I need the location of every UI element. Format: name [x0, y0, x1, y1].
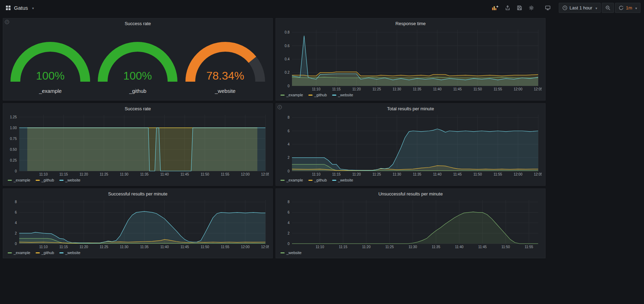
legend-item-example[interactable]: _example — [8, 178, 30, 182]
x-tick-label: 11:55 — [493, 87, 502, 91]
y-tick-label: 4 — [15, 221, 17, 225]
legend: _example_github_website — [279, 177, 542, 183]
panel-title[interactable]: Unsuccessful results per minute — [279, 190, 542, 198]
panel-unsuccessful-results: Unsuccessful results per minute 11:1011:… — [276, 188, 546, 258]
chart-canvas[interactable]: 11:1011:1511:2011:2511:3011:3511:4011:45… — [7, 198, 269, 250]
x-tick-label: 11:50 — [200, 245, 209, 249]
legend-item-github[interactable]: _github — [308, 93, 327, 97]
refresh-button[interactable]: 1m — [615, 3, 641, 13]
x-tick-label: 11:30 — [120, 172, 129, 176]
unsuccessful-results-chart[interactable]: 11:1011:1511:2011:2511:3011:3511:4011:45… — [279, 198, 542, 250]
successful-results-chart[interactable]: 11:1011:1511:2011:2511:3011:3511:4011:45… — [7, 198, 269, 250]
x-tick-label: 11:45 — [181, 245, 189, 249]
legend-label: _example — [286, 93, 303, 97]
dashboard-caret-down-icon[interactable] — [31, 5, 34, 11]
panel-title[interactable]: Response time — [279, 20, 542, 28]
x-tick-label: 11:20 — [352, 172, 361, 176]
legend-item-website[interactable]: _website — [332, 93, 353, 97]
panel-total-results: Total results per minute 11:1011:1511:20… — [276, 103, 546, 186]
legend-item-github[interactable]: _github — [308, 178, 327, 182]
gauge-value: 78.34% — [206, 69, 244, 82]
chart-canvas[interactable]: 11:1011:1511:2011:2511:3011:3511:4011:45… — [279, 28, 542, 92]
total-results-chart[interactable]: 11:1011:1511:2011:2511:3011:3511:4011:45… — [279, 113, 542, 177]
time-range-caret-down-icon — [594, 5, 597, 10]
legend: _example_github_website — [7, 250, 269, 256]
legend-label: _example — [286, 178, 303, 182]
panel-info-icon[interactable] — [278, 105, 282, 109]
y-tick-label: 0.4 — [285, 57, 290, 61]
y-tick-label: 0 — [15, 242, 17, 246]
x-tick-label: 11:50 — [473, 87, 482, 91]
x-tick-label: 12:00 — [241, 245, 250, 249]
x-tick-label: 11:40 — [455, 245, 464, 249]
legend-item-example[interactable]: _example — [280, 178, 303, 182]
success-rate-chart[interactable]: 11:1011:1511:2011:2511:3011:3511:4011:45… — [7, 113, 269, 177]
legend-item-website[interactable]: _website — [280, 251, 301, 255]
legend-item-example[interactable]: _example — [8, 251, 30, 255]
x-tick-label: 11:50 — [200, 172, 209, 176]
panel-title[interactable]: Success rate — [7, 105, 269, 113]
x-tick-label: 11:20 — [362, 245, 371, 249]
time-range-button[interactable]: Last 1 hour — [559, 3, 601, 13]
panel-successful-results: Successful results per minute 11:1011:15… — [3, 188, 273, 258]
gauge-row: 100%_example100%_github78.34%_website — [7, 28, 269, 98]
legend-color-swatch — [332, 180, 336, 181]
legend-item-website[interactable]: _website — [332, 178, 353, 182]
refresh-caret-down-icon — [634, 5, 637, 10]
gauge-arc: 100% — [7, 32, 94, 87]
zoom-out-button[interactable] — [602, 3, 614, 13]
x-tick-label: 12:00 — [241, 172, 250, 176]
chart-canvas[interactable]: 11:1011:1511:2011:2511:3011:3511:4011:45… — [279, 198, 542, 250]
y-tick-label: 2 — [287, 156, 290, 160]
y-tick-label: 2 — [287, 231, 290, 235]
dashboard-title[interactable]: Gatus — [14, 5, 28, 11]
x-tick-label: 11:15 — [59, 172, 68, 176]
chart-canvas[interactable]: 11:1011:1511:2011:2511:3011:3511:4011:45… — [279, 113, 542, 177]
x-tick-label: 11:40 — [160, 172, 169, 176]
legend: _example_github_website — [7, 177, 269, 183]
share-button[interactable] — [502, 4, 513, 12]
x-tick-label: 11:25 — [100, 245, 109, 249]
legend-label: _github — [314, 93, 327, 97]
panel-title[interactable]: Success rate — [7, 20, 269, 28]
panel-title[interactable]: Successful results per minute — [7, 190, 269, 198]
legend-label: _website — [338, 178, 353, 182]
y-tick-label: 8 — [287, 116, 290, 119]
cycle-view-button[interactable] — [542, 4, 553, 12]
y-tick-label: 4 — [287, 221, 290, 225]
panel-info-icon[interactable] — [5, 20, 9, 24]
legend-item-github[interactable]: _github — [36, 251, 54, 255]
y-tick-label: 0.50 — [10, 148, 17, 151]
legend-color-swatch — [8, 252, 12, 253]
x-tick-label: 11:30 — [120, 245, 129, 249]
add-panel-button[interactable] — [489, 4, 501, 12]
response-time-chart[interactable]: 11:1011:1511:2011:2511:3011:3511:4011:45… — [279, 28, 542, 92]
panel-success-rate-gauges: Success rate 100%_example100%_github78.3… — [3, 18, 273, 101]
x-tick-label: 11:35 — [413, 87, 422, 91]
legend-color-swatch — [332, 95, 336, 96]
legend-item-website[interactable]: _website — [59, 251, 80, 255]
apps-grid-icon[interactable] — [6, 5, 11, 10]
time-range-label: Last 1 hour — [570, 5, 592, 10]
x-tick-label: 11:50 — [473, 172, 482, 176]
y-tick-label: 2 — [15, 231, 17, 235]
panel-success-rate-graph: Success rate 11:1011:1511:2011:2511:3011… — [3, 103, 273, 186]
y-tick-label: 6 — [15, 210, 17, 214]
legend: _website — [279, 250, 542, 256]
dashboard-settings-button[interactable] — [526, 4, 537, 12]
legend-item-website[interactable]: _website — [59, 178, 80, 182]
panel-title[interactable]: Total results per minute — [279, 105, 542, 113]
legend-item-example[interactable]: _example — [280, 93, 303, 97]
x-tick-label: 11:40 — [433, 87, 442, 91]
x-tick-label: 11:25 — [100, 172, 109, 176]
navbar: Gatus Last 1 hour 1m — [0, 0, 644, 15]
legend-item-github[interactable]: _github — [36, 178, 54, 182]
x-tick-label: 12:05 — [261, 245, 269, 249]
clock-icon — [562, 5, 568, 10]
chart-canvas[interactable]: 11:1011:1511:2011:2511:3011:3511:4011:45… — [7, 113, 269, 177]
save-button[interactable] — [514, 4, 525, 12]
x-tick-label: 11:35 — [140, 172, 149, 176]
legend-label: _example — [14, 178, 30, 182]
x-tick-label: 11:20 — [352, 87, 361, 91]
x-tick-label: 11:10 — [39, 245, 48, 249]
